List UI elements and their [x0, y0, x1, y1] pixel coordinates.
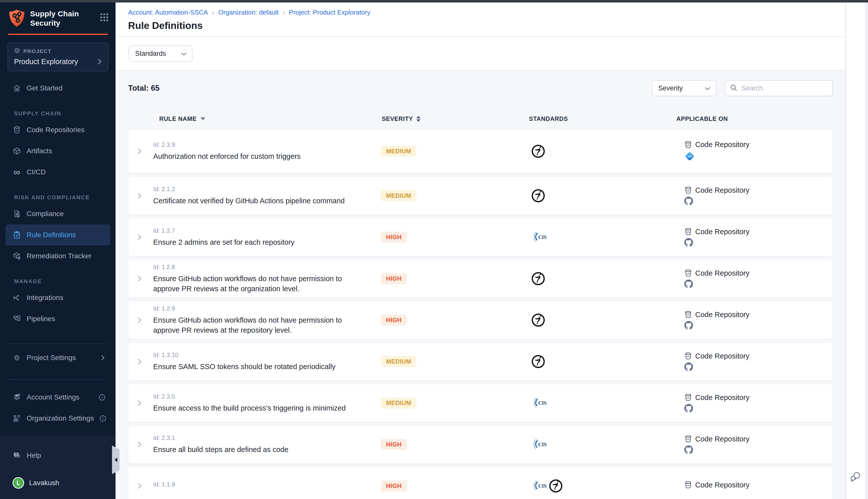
sidebar-item-help[interactable]: ? Help: [0, 445, 115, 466]
rule-name: Ensure access to the build process's tri…: [153, 403, 369, 413]
standards-dropdown[interactable]: Standards: [128, 46, 193, 62]
clipboard-check-icon: [13, 231, 21, 239]
row-expand-chevron[interactable]: [128, 233, 151, 242]
doc-search-icon: [13, 209, 21, 218]
sidebar-item-compliance[interactable]: Compliance: [0, 203, 115, 224]
svg-text:</>: </>: [15, 129, 18, 132]
code-repository-icon: </>: [684, 141, 692, 149]
rule-id: Id: 1.3.7: [153, 227, 375, 234]
svg-text:</>: </>: [686, 144, 690, 146]
table-row[interactable]: Id: 1.1.9 HIGH CIS </> C: [128, 467, 833, 499]
standards-icons: [529, 313, 677, 327]
breadcrumb-link[interactable]: Account: Automation-SSCA: [128, 9, 208, 16]
cis-standard-icon: CIS: [531, 396, 547, 410]
row-expand-chevron[interactable]: [128, 275, 151, 283]
row-expand-chevron[interactable]: [128, 440, 151, 449]
sidebar-item-label: Get Started: [27, 84, 63, 92]
user-menu[interactable]: L Lavakush: [0, 477, 115, 489]
sidebar-item-organization-settings[interactable]: Organization Settings: [0, 408, 115, 429]
scrollbar-track[interactable]: [865, 2, 868, 499]
provider-icons: </>: [684, 151, 695, 162]
row-expand-chevron[interactable]: [128, 399, 151, 407]
severity-badge: HIGH: [381, 273, 407, 284]
sidebar-item-integrations[interactable]: Integrations: [0, 287, 115, 308]
github-icon: [684, 404, 693, 413]
provider-icons: [684, 362, 693, 372]
cis-standard-icon: CIS: [531, 230, 547, 244]
row-expand-chevron[interactable]: [128, 357, 151, 366]
code-repository-icon: </>: [684, 311, 692, 319]
rule-rows: Id: 2.3.9 Authorization not enforced for…: [128, 129, 833, 499]
sidebar-collapse-handle[interactable]: [112, 446, 120, 474]
rule-id: Id: 1.1.9: [153, 481, 375, 488]
breadcrumb-link[interactable]: Organization: default: [218, 9, 278, 16]
standards-icons: [529, 272, 677, 285]
table-row[interactable]: Id: 2.1.2 Certificate not verified by Gi…: [128, 177, 833, 215]
sidebar-item-pipelines[interactable]: Pipelines: [0, 308, 115, 329]
table-row[interactable]: Id: 1.2.8 Ensure GitHub action workflows…: [128, 259, 833, 298]
sidebar-item-project-settings[interactable]: Project Settings: [0, 347, 115, 368]
table-row[interactable]: Id: 1.3.10 Ensure SAML SSO tokens should…: [128, 342, 833, 381]
sidebar-item-ci-cd[interactable]: ∞CI/CD: [0, 161, 115, 183]
standards-dropdown-value: Standards: [135, 50, 166, 58]
column-header-standards: STANDARDS: [529, 115, 677, 122]
row-expand-chevron[interactable]: [128, 316, 151, 324]
svg-text:</>: </>: [686, 397, 690, 399]
table-row[interactable]: Id: 2.3.5 Ensure access to the build pro…: [128, 384, 833, 422]
row-expand-chevron[interactable]: [128, 147, 151, 156]
info-icon[interactable]: [99, 394, 106, 401]
code-repository-icon: </>: [684, 269, 692, 277]
sidebar-item-label: Project Settings: [27, 354, 76, 362]
github-icon: [684, 445, 693, 454]
product-title: Supply Chain Security: [30, 9, 83, 28]
cube-icon: [13, 147, 21, 155]
severity-badge: HIGH: [381, 480, 407, 491]
breadcrumb-separator: ›: [283, 9, 285, 16]
total-count: Total: 65: [128, 84, 160, 93]
row-expand-chevron[interactable]: [128, 482, 151, 490]
table-row[interactable]: Id: 2.3.1 Ensure all build steps are def…: [128, 425, 833, 464]
table-row[interactable]: Id: 2.3.9 Authorization not enforced for…: [128, 129, 833, 173]
sidebar-item-rule-definitions[interactable]: Rule Definitions: [5, 224, 110, 245]
applicable-on-text: Code Repository: [695, 393, 749, 402]
sidebar-nav: Get StartedSUPPLY CHAIN </>Code Reposito…: [0, 78, 115, 329]
filter-bar: Standards: [115, 37, 845, 71]
severity-filter-dropdown[interactable]: Severity: [652, 80, 717, 96]
project-selector[interactable]: PROJECT Product Exploratory: [8, 42, 109, 71]
brand-accent-rule: [8, 34, 108, 35]
column-header-severity[interactable]: SEVERITY: [381, 115, 529, 122]
search-input[interactable]: [741, 84, 828, 93]
sidebar-item-get-started[interactable]: Get Started: [0, 78, 115, 99]
sidebar-item-remediation-tracker[interactable]: Remediation Tracker: [0, 245, 115, 267]
rule-name: Ensure SAML SSO tokens should be rotated…: [153, 362, 369, 372]
owasp-standard-icon: [531, 272, 545, 285]
svg-text:CIS: CIS: [538, 483, 546, 489]
chevron-right-icon: [100, 354, 106, 362]
table-row[interactable]: Id: 1.2.9 Ensure GitHub action workflows…: [128, 301, 833, 339]
sidebar-item-code-repositories[interactable]: </>Code Repositories: [0, 119, 115, 141]
provider-icons: [684, 279, 693, 289]
sidebar-item-artifacts[interactable]: Artifacts: [0, 141, 115, 161]
applicable-on-text: Code Repository: [695, 352, 749, 360]
breadcrumb-link[interactable]: Project: Product Exploratory: [289, 9, 370, 16]
rule-id: Id: 1.3.10: [153, 352, 375, 358]
svg-text:</>: </>: [686, 189, 690, 192]
sidebar-item-label: Account Settings: [27, 393, 79, 401]
svg-text:</>: </>: [686, 272, 690, 275]
standards-icons: [529, 355, 677, 368]
code-repository-icon: </>: [684, 186, 692, 194]
app-grid-icon[interactable]: [100, 13, 109, 23]
column-header-rule-name[interactable]: RULE NAME: [151, 115, 381, 122]
sidebar-bottom-panel: ? Help L Lavakush: [0, 435, 115, 499]
support-chat-icon[interactable]: [849, 470, 862, 484]
row-expand-chevron[interactable]: [128, 192, 151, 200]
sidebar-item-label: Organization Settings: [27, 414, 94, 422]
sidebar-item-account-settings[interactable]: Account Settings: [0, 387, 115, 408]
code-repository-icon: </>: [684, 352, 692, 360]
breadcrumb: Account: Automation-SSCA›Organization: d…: [128, 9, 845, 16]
table-row[interactable]: Id: 1.3.7 Ensure 2 admins are set for ea…: [128, 218, 833, 256]
main-content: Account: Automation-SSCA›Organization: d…: [115, 2, 846, 499]
owasp-standard-icon: [531, 355, 545, 368]
info-icon[interactable]: [99, 415, 106, 422]
page-title: Rule Definitions: [128, 20, 845, 31]
